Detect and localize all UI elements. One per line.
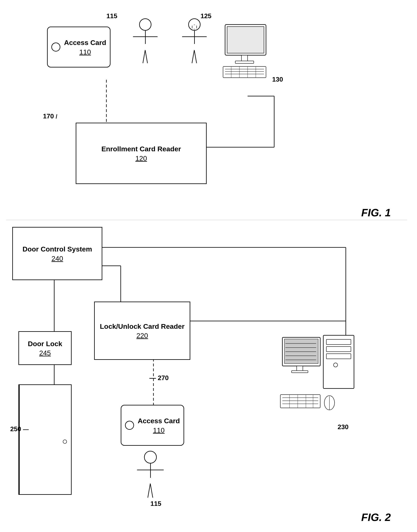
fig2-person-115 [137,451,164,498]
fig2-door-control-number: 240 [52,255,63,262]
fig1-access-card-label: Access Card [64,38,106,47]
fig2-lock-unlock-reader: Lock/Unlock Card Reader 220 [94,301,190,360]
fig1-label: FIG. 1 [361,207,391,219]
fig1-person-115 [133,18,157,63]
fig2-door [18,384,72,495]
fig1-area: 115 Access Card 110 [6,6,407,221]
fig2-area: Door Control System 240 Lock/Unlock Card… [6,221,407,525]
fig2-door-control: Door Control System 240 [12,227,102,280]
fig1-enrollment-number: 120 [136,154,147,162]
svg-rect-7 [235,61,254,63]
fig1-ref125: 125 [200,12,211,20]
fig2-door-lock: Door Lock 245 [18,331,72,365]
fig1-ref170: 170 / [43,112,57,120]
svg-rect-37 [292,371,308,373]
fig2-access-card: Access Card 110 [121,405,184,446]
fig2-lock-unlock-label: Lock/Unlock Card Reader [100,322,185,331]
fig2-door-control-label: Door Control System [22,244,92,253]
fig1-person-125 [182,18,207,63]
fig1-ref115: 115 [106,12,117,20]
svg-rect-27 [326,354,351,359]
fig1-computer-130 [221,22,278,80]
fig2-ref115: 115 [150,500,161,507]
svg-rect-26 [326,347,351,352]
svg-rect-36 [297,366,303,371]
fig2-ref270: — 270 [149,374,169,382]
fig2-access-card-label: Access Card [138,416,180,425]
svg-rect-5 [227,27,264,53]
svg-rect-25 [326,339,351,344]
svg-point-28 [334,363,338,367]
divider [6,220,407,220]
fig2-label: FIG. 2 [361,511,391,523]
fig2-door-lock-number: 245 [39,349,51,357]
svg-rect-8 [223,66,266,78]
fig2-computer-svg [278,333,360,419]
fig1-enrollment-reader: Enrollment Card Reader 120 [76,123,207,184]
svg-rect-38 [280,395,320,408]
fig2-door-lock-label: Door Lock [28,339,62,348]
fig1-access-card: Access Card 110 [47,27,111,68]
fig2-lock-unlock-number: 220 [136,332,148,340]
fig1-computer-svg [221,22,278,80]
fig1-enrollment-label: Enrollment Card Reader [101,144,181,153]
fig1-access-card-number: 110 [64,48,106,56]
fig2-access-card-number: 110 [138,426,180,434]
fig2-ref250: 250 — [10,425,29,433]
fig2-computer-230 [278,333,360,419]
fig1-ref130: 130 [272,76,283,83]
diagram-container: 115 Access Card 110 [0,0,417,532]
svg-rect-6 [241,55,248,61]
fig2-ref230: 230 [338,423,348,431]
